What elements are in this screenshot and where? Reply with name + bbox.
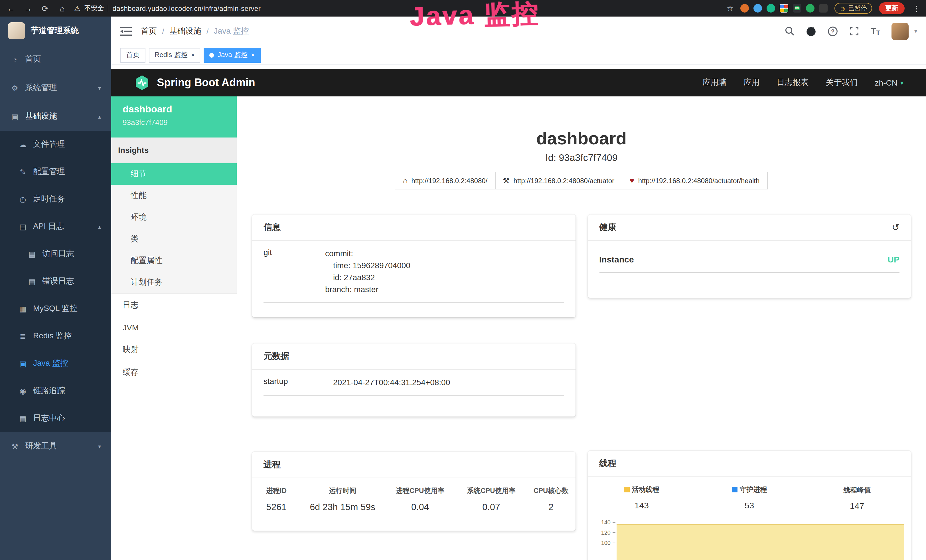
avatar-caret-icon[interactable]: ▾ [914,28,917,34]
sidebar-item-dev-tools[interactable]: ⚒ 研发工具 ▾ [0,432,111,460]
sba-item-details[interactable]: 细节 [111,163,237,185]
link-url: http://192.168.0.2:48080/actuator [514,177,614,185]
breadcrumb-separator: / [206,27,209,36]
heart-icon: ♥ [630,176,634,185]
sba-item-environment[interactable]: 环境 [111,207,237,228]
fox-extension-icon[interactable] [740,4,749,12]
tab-redis-monitor[interactable]: Redis 监控 × [149,48,200,62]
sidebar-item-mysql-monitor[interactable]: ▦ MySQL 监控 [0,295,111,322]
live-threads-area [616,524,904,560]
live-threads-legend-swatch [624,487,630,492]
sba-nav-about[interactable]: 关于我们 [826,77,858,88]
reload-icon[interactable]: ⟳ [40,4,50,13]
close-icon[interactable]: × [251,52,255,58]
leaf-extension-icon[interactable] [806,4,814,12]
sba-brand[interactable]: Spring Boot Admin [134,75,255,91]
metadata-row-value: 2021-04-27T00:44:31.254+08:00 [333,377,450,389]
document-icon: ▤ [27,277,36,286]
sidebar-item-system-mgmt[interactable]: ⚙ 系统管理 ▾ [0,74,111,102]
service-url-link[interactable]: ⌂ http://192.168.0.2:48080/ [395,172,496,189]
sba-item-jvm[interactable]: JVM [111,317,237,338]
metadata-card-title: 元数据 [263,351,289,362]
tags-view-bar: 首页 Redis 监控 × Java 监控 × [111,46,926,65]
dashboard-gauge-icon: ◔ [10,55,20,64]
admin-sidebar: 芋道管理系统 ◔ 首页 ⚙ 系统管理 ▾ ▣ 基础设施 ▴ ☁ 文件管理 [0,17,111,560]
tab-java-monitor[interactable]: Java 监控 × [204,48,260,62]
sba-item-logs[interactable]: 日志 [111,294,237,317]
instance-header[interactable]: dashboard 93a3fc7f7409 [111,97,237,138]
process-col-value: 5261 [252,502,301,512]
search-icon[interactable] [785,26,795,36]
sba-nav-wallboard[interactable]: 应用墙 [703,77,727,88]
sidebar-item-error-logs[interactable]: ▤ 错误日志 [0,268,111,295]
sidebar-item-infrastructure[interactable]: ▣ 基础设施 ▴ [0,102,111,131]
git-branch-line: branch: master [325,283,410,295]
sidebar-collapse-icon[interactable] [120,27,132,36]
sidebar-item-file-mgmt[interactable]: ☁ 文件管理 [0,131,111,158]
sba-item-scheduled-tasks[interactable]: 计划任务 [111,272,237,293]
update-button[interactable]: 更新 [879,2,905,14]
daemon-threads-legend-swatch [731,487,737,492]
close-icon[interactable]: × [191,52,195,58]
sba-item-caches[interactable]: 缓存 [111,361,237,384]
adblock-extension-icon[interactable]: on [793,4,801,12]
url-text[interactable]: dashboard.yudao.iocoder.cn/infra/admin-s… [113,4,261,12]
threads-legend: 活动线程 143 守护进程 53 线程峰值 [588,477,911,511]
glarity-extension-icon[interactable] [767,4,775,12]
translate-extension-icon[interactable] [754,4,762,12]
svg-text:?: ? [831,28,835,34]
apps-grid-extension-icon[interactable] [780,4,788,12]
cloud-icon: ☁ [18,140,27,148]
sidebar-item-home[interactable]: ◔ 首页 [0,45,111,74]
sidebar-item-java-monitor[interactable]: ▣ Java 监控 [0,350,111,377]
bookmark-star-icon[interactable]: ☆ [727,4,733,12]
metadata-startup-row: startup 2021-04-27T00:44:31.254+08:00 [263,370,564,396]
help-icon[interactable]: ? [828,26,838,36]
avatar[interactable] [891,23,909,40]
active-tab-dot [210,53,214,58]
sidebar-item-redis-monitor[interactable]: ≣ Redis 监控 [0,322,111,350]
font-size-icon[interactable]: TT [871,27,880,36]
github-icon[interactable] [806,26,817,36]
sidebar-item-scheduled-tasks[interactable]: ◷ 定时任务 [0,185,111,213]
home-icon[interactable]: ⌂ [57,4,67,13]
sidebar-item-api-logs[interactable]: ▤ API 日志 ▴ [0,213,111,240]
sba-item-mappings[interactable]: 映射 [111,338,237,361]
breadcrumb-home[interactable]: 首页 [141,26,157,36]
tampermonkey-extension-icon[interactable] [819,4,828,12]
chevron-down-icon: ▾ [98,85,101,91]
process-col-value: 6d 23h 15m 59s [301,502,385,512]
sba-language-select[interactable]: zh-CN ▾ [875,78,903,87]
forward-icon[interactable]: → [23,4,33,13]
history-icon[interactable]: ↺ [892,222,899,233]
tab-home[interactable]: 首页 [120,48,145,62]
sidebar-item-label: 首页 [25,54,41,65]
threads-card-title: 线程 [599,458,616,469]
browser-menu-icon[interactable]: ⋮ [912,4,921,13]
timer-icon: ◷ [18,195,27,203]
sidebar-item-access-logs[interactable]: ▤ 访问日志 [0,240,111,268]
sidebar-item-log-center[interactable]: ▤ 日志中心 [0,404,111,432]
fullscreen-icon[interactable] [850,26,859,36]
actuator-url-link[interactable]: ⚒ http://192.168.0.2:48080/actuator [495,172,622,189]
sba-item-classes[interactable]: 类 [111,228,237,250]
paused-chip[interactable]: ☺ 已暂停 [834,3,872,14]
back-icon[interactable]: ← [6,4,16,13]
sidebar-item-label: 链路追踪 [33,386,65,396]
address-bar[interactable]: ⚠ 不安全 dashboard.yudao.iocoder.cn/infra/a… [74,4,261,12]
chevron-up-icon: ▴ [98,223,101,230]
sba-item-config-props[interactable]: 配置属性 [111,250,237,272]
not-secure-warning-icon: ⚠ [74,4,80,12]
breadcrumb-infrastructure[interactable]: 基础设施 [169,26,201,36]
logo-row[interactable]: 芋道管理系统 [0,17,111,45]
security-label[interactable]: 不安全 [85,4,104,12]
sba-nav-applications[interactable]: 应用 [744,77,760,88]
sidebar-item-trace[interactable]: ◉ 链路追踪 [0,377,111,404]
on-badge: on [794,6,799,10]
sidebar-item-label: API 日志 [33,221,64,232]
sba-item-metrics[interactable]: 性能 [111,185,237,207]
sidebar-item-config-mgmt[interactable]: ✎ 配置管理 [0,158,111,185]
health-url-link[interactable]: ♥ http://192.168.0.2:48080/actuator/heal… [622,172,767,189]
sba-nav-journal[interactable]: 日志报表 [777,77,809,88]
browser-chrome: ← → ⟳ ⌂ ⚠ 不安全 dashboard.yudao.iocoder.cn… [0,0,926,17]
